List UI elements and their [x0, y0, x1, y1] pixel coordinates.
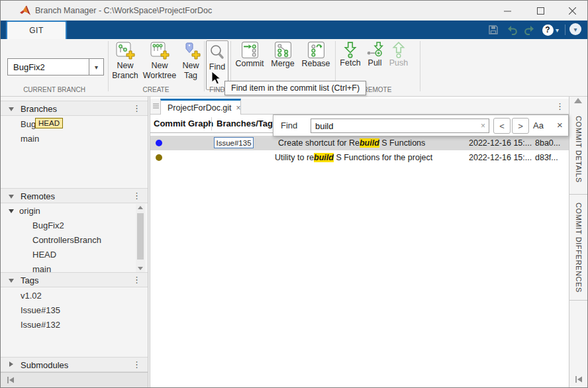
scroll-down-icon[interactable]	[138, 267, 143, 270]
new-worktree-button[interactable]: New Worktree	[141, 41, 178, 81]
help-caret-icon[interactable]: ▾	[556, 26, 559, 34]
current-branch-combobox[interactable]: BugFix2 ▾	[7, 58, 104, 75]
scroll-up-icon[interactable]	[138, 206, 143, 209]
column-branches-tags[interactable]: Branches/Tags	[217, 119, 277, 128]
find-input[interactable]	[311, 119, 475, 132]
clear-icon[interactable]: ×	[481, 121, 485, 130]
branches-menu-icon[interactable]: ⋮	[132, 103, 141, 113]
find-bar: Find × < > Aa ×	[273, 115, 569, 136]
tag-label: Issue#135	[21, 305, 60, 315]
remote-branch-label: ControllersBranch	[32, 235, 101, 245]
fetch-button[interactable]: Fetch	[337, 41, 364, 68]
collapse-right-icon[interactable]	[574, 375, 583, 384]
remote-branch-item[interactable]: HEAD	[1, 248, 136, 262]
collapse-up-icon[interactable]	[574, 98, 582, 103]
collapse-triangle-icon[interactable]	[9, 279, 14, 283]
collapse-triangle-icon[interactable]	[9, 195, 14, 199]
section-header-remotes[interactable]: Remotes ⋮	[1, 188, 148, 203]
undo-icon	[506, 24, 518, 35]
remote-branch-item[interactable]: BugFix2	[1, 218, 136, 233]
tab-commit-differences[interactable]: COMMIT DIFFERENCES	[569, 195, 587, 301]
tags-menu-icon[interactable]: ⋮	[132, 275, 141, 285]
section-header-submodules[interactable]: Submodules ⋮	[1, 357, 148, 372]
sidebar: Branches ⋮ BugFix2 HEAD main Remotes ⋮ o…	[1, 97, 148, 387]
message-match-highlight: build	[360, 138, 379, 148]
find-close-icon[interactable]: ×	[557, 119, 563, 130]
tab-list-icon[interactable]	[153, 103, 159, 110]
redo-button[interactable]	[523, 24, 536, 36]
section-header-tags[interactable]: Tags ⋮	[1, 272, 148, 287]
tag-item[interactable]: v1.02	[1, 289, 136, 303]
minimize-button[interactable]	[492, 1, 522, 21]
chevron-down-icon: ▾	[95, 64, 98, 71]
find-next-button[interactable]: >	[512, 118, 529, 134]
section-divider	[204, 41, 205, 91]
pull-label: Pull	[368, 58, 382, 68]
toolstrip-collapse-button[interactable]: ▾	[569, 23, 582, 35]
tab-projectfordoc-git[interactable]: ProjectForDoc.git ×	[160, 99, 241, 115]
branch-item-bugfix2[interactable]: BugFix2 HEAD	[1, 117, 136, 132]
expander-icon[interactable]	[9, 209, 14, 213]
commit-list-panel: ProjectForDoc.git × ⋮ Commit Graph Branc…	[150, 97, 569, 387]
tab-close-icon[interactable]: ×	[236, 103, 241, 113]
commit-button[interactable]: Commit	[232, 41, 267, 69]
commit-date: 2022-12-16 15:...	[469, 153, 535, 162]
scrollbar-thumb[interactable]	[137, 213, 144, 260]
tag-label: Issue#132	[21, 320, 60, 330]
maximize-button[interactable]	[525, 1, 556, 21]
new-worktree-icon	[150, 41, 170, 61]
match-case-button[interactable]: Aa	[533, 121, 544, 130]
new-tag-button[interactable]: New Tag	[178, 41, 203, 81]
tags-title: Tags	[21, 275, 38, 285]
commit-row-selected[interactable]: Issue#135 Create shortcut for Rebuild S …	[150, 136, 569, 150]
find-input-wrapper: ×	[311, 119, 489, 133]
expand-triangle-icon[interactable]	[9, 362, 13, 367]
undo-button[interactable]	[505, 24, 518, 36]
remote-branch-item[interactable]: main	[1, 262, 136, 272]
push-label: Push	[389, 58, 409, 68]
tag-item[interactable]: Issue#135	[1, 303, 136, 318]
section-header-branches[interactable]: Branches ⋮	[1, 101, 148, 116]
commit-tag-box: Issue#135	[214, 137, 254, 148]
pull-button[interactable]: Pull	[364, 41, 386, 68]
branches-title: Branches	[21, 104, 57, 114]
remotes-menu-icon[interactable]: ⋮	[132, 191, 141, 201]
remote-branch-item[interactable]: ControllersBranch	[1, 233, 136, 248]
rebase-button[interactable]: Rebase	[299, 41, 333, 69]
find-previous-button[interactable]: <	[493, 118, 511, 134]
section-label-current-branch: CURRENT BRANCH	[1, 86, 108, 93]
save-button[interactable]	[487, 24, 500, 36]
message-pre: Create shortcut for Re	[278, 138, 360, 148]
close-button[interactable]	[557, 1, 587, 21]
branch-item-main[interactable]: main	[1, 132, 136, 146]
redo-icon	[524, 24, 536, 35]
column-separator[interactable]	[211, 117, 212, 130]
rebase-icon	[307, 41, 325, 59]
combo-dropdown-button[interactable]: ▾	[89, 59, 103, 75]
fetch-label: Fetch	[340, 58, 360, 68]
submodules-menu-icon[interactable]: ⋮	[132, 360, 141, 369]
new-tag-icon	[181, 41, 201, 61]
current-branch-value: BugFix2	[13, 62, 45, 72]
new-branch-label-1: New	[117, 61, 133, 71]
save-icon	[488, 24, 499, 35]
merge-button[interactable]: Merge	[268, 41, 297, 69]
remotes-scrollbar[interactable]	[136, 204, 145, 272]
collapse-triangle-icon[interactable]	[9, 107, 14, 111]
column-commit-graph[interactable]: Commit Graph	[154, 119, 213, 128]
help-button[interactable]: ?	[541, 24, 554, 36]
commit-row[interactable]: Utility to rebuild S Functions for the p…	[150, 150, 569, 165]
tab-commit-details[interactable]: COMMIT DETAILS	[569, 105, 587, 195]
new-branch-button[interactable]: New Branch	[109, 41, 141, 81]
merge-icon	[274, 41, 292, 59]
tab-git[interactable]: GIT	[6, 21, 67, 39]
tag-item[interactable]: Issue#132	[1, 318, 136, 332]
remote-item-origin[interactable]: origin	[1, 204, 136, 218]
tabbar-menu-icon[interactable]: ⋮	[556, 101, 564, 111]
merge-label: Merge	[271, 59, 294, 69]
fetch-icon	[342, 41, 358, 58]
find-tooltip: Find item in the commit list (Ctrl+F)	[224, 81, 366, 95]
collapse-left-icon[interactable]	[6, 375, 15, 385]
head-badge: HEAD	[35, 118, 63, 128]
commit-hash: 8ba0...	[535, 138, 567, 148]
